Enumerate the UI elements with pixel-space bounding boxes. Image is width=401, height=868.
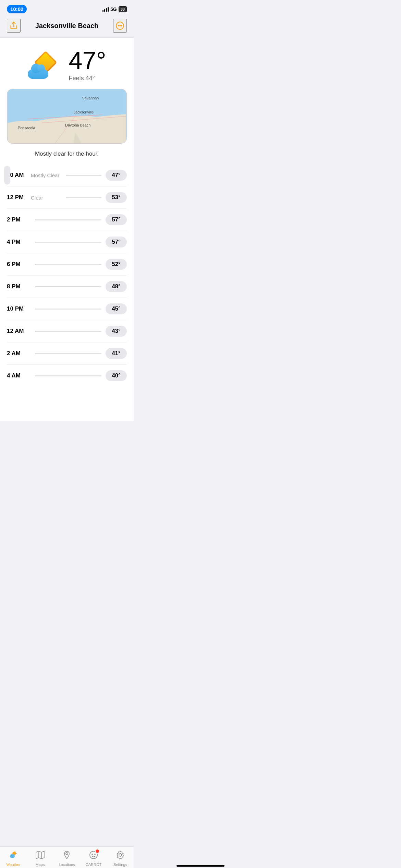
hourly-item: 2 AM41°	[7, 342, 127, 365]
temp-pill: 45°	[106, 303, 127, 314]
temp-pill: 52°	[106, 259, 127, 270]
hourly-forecast-list: 10 AMMostly Clear47°12 PMClear53°2 PM57°…	[0, 164, 134, 387]
main-content: 47° Feels 44° Savannah Pensacola Jackson…	[0, 38, 134, 421]
map-svg: Savannah Pensacola Jacksonville Daytona …	[7, 89, 126, 143]
status-icons: 5G 38	[102, 6, 127, 12]
svg-point-4	[121, 25, 122, 26]
svg-text:Daytona Beach: Daytona Beach	[65, 123, 90, 127]
temperature-value: 47°	[69, 48, 106, 73]
hourly-item: 12 PMClear53°	[7, 186, 127, 209]
temperature-display: 47° Feels 44°	[69, 48, 106, 82]
temp-bar	[66, 197, 101, 198]
battery-indicator: 38	[119, 6, 127, 12]
temp-bar	[35, 242, 101, 243]
hourly-item: 4 AM40°	[7, 365, 127, 387]
weather-hero: 47° Feels 44°	[0, 38, 134, 89]
hourly-item: 8 PM48°	[7, 276, 127, 298]
svg-text:Pensacola: Pensacola	[18, 126, 36, 130]
status-bar: 10:02 5G 38	[0, 0, 134, 15]
hourly-item: 12 AM43°	[7, 320, 127, 342]
hour-label: 12 PM	[7, 194, 31, 201]
svg-text:Jacksonville: Jacksonville	[74, 110, 94, 114]
temp-pill: 53°	[106, 192, 127, 203]
svg-point-2	[118, 25, 119, 26]
hourly-item: 2 PM57°	[7, 209, 127, 231]
temp-bar	[35, 286, 101, 287]
more-icon	[116, 21, 124, 30]
hour-label: 10 PM	[7, 305, 31, 312]
condition-label: Clear	[31, 195, 62, 201]
share-icon	[9, 21, 18, 30]
condition-label: Mostly Clear	[31, 172, 62, 178]
temp-bar	[66, 175, 101, 176]
more-button[interactable]	[113, 19, 127, 33]
hourly-item: 6 PM52°	[7, 253, 127, 276]
hour-label: 4 AM	[7, 372, 31, 379]
temp-pill: 47°	[106, 170, 127, 181]
temp-pill: 41°	[106, 348, 127, 359]
svg-text:Savannah: Savannah	[82, 96, 99, 100]
bottom-spacer	[0, 387, 134, 421]
temp-bar	[35, 264, 101, 265]
hour-label: 4 PM	[7, 239, 31, 245]
share-button[interactable]	[7, 19, 21, 33]
hourly-item: 4 PM57°	[7, 231, 127, 253]
temp-pill: 57°	[106, 214, 127, 225]
page-title: Jacksonville Beach	[35, 22, 99, 30]
hourly-item: 10 AMMostly Clear47°	[7, 164, 127, 186]
weather-map[interactable]: Savannah Pensacola Jacksonville Daytona …	[7, 89, 127, 144]
hour-label: 6 PM	[7, 261, 31, 268]
svg-point-3	[120, 25, 120, 26]
header: Jacksonville Beach	[0, 15, 134, 38]
network-label: 5G	[110, 7, 117, 12]
hour-label: 8 PM	[7, 283, 31, 290]
hour-label: 2 PM	[7, 216, 31, 223]
temp-bar	[35, 353, 101, 354]
weather-summary: Mostly clear for the hour.	[0, 149, 134, 164]
hour-label: 12 AM	[7, 328, 31, 335]
temp-bar	[35, 309, 101, 310]
weather-icon	[28, 51, 62, 79]
hour-label: 2 AM	[7, 350, 31, 357]
temp-bar	[35, 375, 101, 376]
temp-pill: 48°	[106, 281, 127, 292]
hour-label: 10 AM	[7, 172, 31, 179]
signal-bars-icon	[102, 7, 109, 12]
temp-pill: 40°	[106, 370, 127, 381]
cloud-icon	[28, 66, 48, 79]
temp-pill: 43°	[106, 326, 127, 337]
hourly-item: 10 PM45°	[7, 298, 127, 320]
temp-bar	[35, 219, 101, 220]
status-time: 10:02	[7, 5, 27, 13]
temp-pill: 57°	[106, 237, 127, 248]
current-time-indicator	[4, 166, 10, 185]
feels-like: Feels 44°	[69, 75, 95, 82]
temp-bar	[35, 331, 101, 332]
